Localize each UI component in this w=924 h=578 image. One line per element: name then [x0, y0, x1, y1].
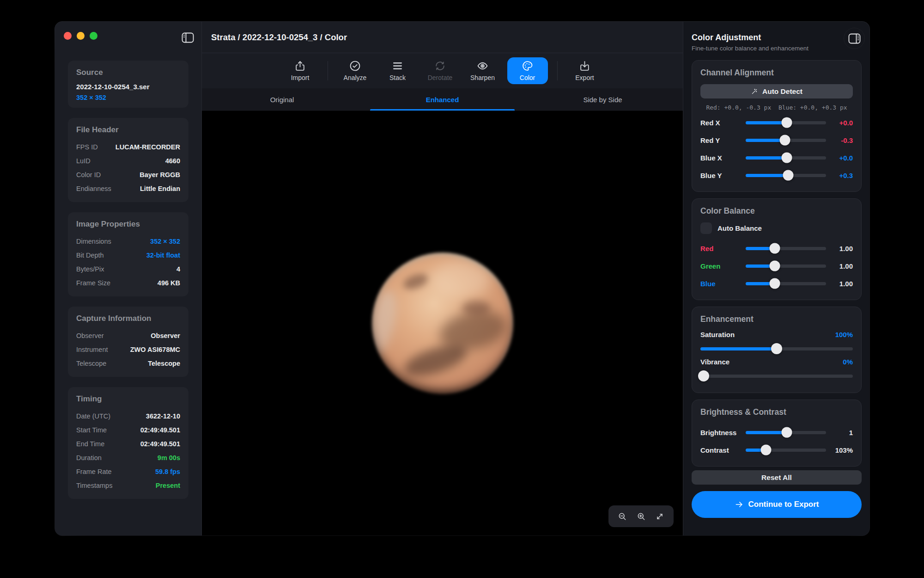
file-header-card: File Header FPS IDLUCAM-RECORDER LuID466…	[68, 118, 188, 202]
slider-value: 1.00	[832, 280, 853, 288]
zoom-window-button[interactable]	[90, 32, 97, 40]
auto-detect-button[interactable]: Auto Detect	[700, 84, 853, 98]
row-label: Dimensions	[76, 238, 111, 245]
blue-balance-slider[interactable]	[746, 278, 826, 289]
tab-enhanced[interactable]: Enhanced	[362, 88, 523, 111]
blue-y-slider[interactable]	[746, 170, 826, 180]
channel-alignment-title: Channel Alignment	[700, 68, 853, 78]
derotate-button[interactable]: Derotate	[422, 57, 458, 84]
tab-side-by-side[interactable]: Side by Side	[523, 88, 683, 111]
slider-label: Red	[700, 245, 740, 252]
tool-label: Export	[575, 74, 594, 81]
export-button[interactable]: Export	[567, 57, 603, 84]
file-header-title: File Header	[76, 125, 180, 135]
table-row: TelescopeTelescope	[76, 357, 180, 370]
saturation-header: Saturation 100%	[700, 331, 853, 338]
zoom-in-icon[interactable]	[637, 512, 646, 521]
table-row: Frame Rate59.8 fps	[76, 465, 180, 479]
slider-label: Green	[700, 262, 740, 270]
left-sidebar-toggle-button[interactable]	[177, 27, 198, 48]
slider-value: 100%	[835, 331, 853, 338]
tool-label: Sharpen	[470, 74, 495, 81]
table-row: Start Time02:49:49.501	[76, 423, 180, 437]
green-balance-slider[interactable]	[746, 261, 826, 271]
continue-label: Continue to Export	[748, 500, 819, 509]
table-row: ObserverObserver	[76, 329, 180, 343]
slider-thumb[interactable]	[698, 370, 709, 381]
saturation-slider[interactable]	[700, 343, 853, 354]
slider-thumb[interactable]	[781, 153, 792, 163]
export-icon	[579, 60, 590, 72]
timing-title: Timing	[76, 394, 180, 404]
zoom-out-icon[interactable]	[618, 512, 627, 521]
slider-value: 1.00	[832, 262, 853, 270]
slider-thumb[interactable]	[769, 278, 780, 289]
import-icon	[294, 60, 306, 72]
table-row: InstrumentZWO ASI678MC	[76, 343, 180, 357]
blue-x-slider[interactable]	[746, 153, 826, 163]
row-value: Telescope	[148, 360, 180, 367]
slider-thumb[interactable]	[769, 243, 780, 254]
fit-to-view-icon[interactable]	[655, 512, 664, 521]
image-canvas[interactable]	[202, 111, 683, 535]
alignment-offsets-readout: Red: +0.0, -0.3 px Blue: +0.0, +0.3 px	[700, 104, 853, 111]
row-value: 496 KB	[158, 279, 180, 287]
auto-balance-checkbox[interactable]	[700, 222, 712, 234]
brightness-contrast-card: Brightness & Contrast Brightness 1 Contr…	[692, 400, 862, 467]
slider-thumb[interactable]	[781, 117, 792, 128]
view-tabs: Original Enhanced Side by Side	[202, 88, 683, 111]
traffic-lights	[64, 32, 97, 40]
slider-value: 1	[832, 429, 853, 437]
slider-label: Red X	[700, 119, 740, 127]
vibrance-slider[interactable]	[700, 370, 853, 381]
toolbar-divider	[557, 61, 558, 80]
row-label: End Time	[76, 440, 104, 448]
slider-thumb[interactable]	[769, 261, 780, 271]
row-label: Frame Rate	[76, 468, 112, 475]
tab-original[interactable]: Original	[202, 88, 362, 111]
tool-label: Color	[520, 74, 535, 81]
table-row: Color IDBayer RGGB	[76, 168, 180, 182]
analyze-button[interactable]: Analyze	[337, 57, 373, 84]
row-label: Date (UTC)	[76, 412, 110, 420]
reset-all-button[interactable]: Reset All	[692, 470, 862, 485]
red-balance-slider[interactable]	[746, 243, 826, 253]
slider-thumb[interactable]	[781, 427, 792, 438]
tab-label: Side by Side	[583, 96, 622, 104]
right-sidebar-toggle-button[interactable]	[844, 28, 865, 49]
row-value: 32-bit float	[146, 252, 180, 259]
table-row: EndiannessLittle Endian	[76, 182, 180, 196]
red-x-slider[interactable]	[746, 117, 826, 128]
sharpen-button[interactable]: Sharpen	[465, 57, 501, 84]
slider-label: Blue	[700, 280, 740, 288]
row-value: 02:49:49.501	[140, 440, 180, 448]
slider-thumb[interactable]	[771, 343, 782, 354]
slider-thumb[interactable]	[783, 170, 794, 181]
continue-to-export-button[interactable]: Continue to Export	[692, 491, 862, 518]
slider-thumb[interactable]	[760, 445, 771, 455]
close-window-button[interactable]	[64, 32, 72, 40]
row-label: Timestamps	[76, 482, 112, 489]
contrast-slider[interactable]	[746, 445, 826, 455]
brightness-slider[interactable]	[746, 427, 826, 437]
tool-label: Import	[291, 74, 310, 81]
red-y-slider[interactable]	[746, 135, 826, 145]
toolbar-divider	[328, 61, 328, 80]
row-value: 02:49:49.501	[140, 426, 180, 434]
color-palette-icon	[522, 60, 533, 72]
row-label: FPS ID	[76, 143, 98, 151]
slider-value: 1.00	[832, 245, 853, 252]
stack-icon	[392, 60, 403, 72]
color-button[interactable]: Color	[507, 57, 548, 84]
row-label: Start Time	[76, 426, 107, 434]
enhancement-card: Enhancement Saturation 100% Vibrance 0%	[692, 307, 862, 393]
stack-button[interactable]: Stack	[380, 57, 416, 84]
row-value: 352 × 352	[150, 238, 180, 245]
zoom-controls	[608, 505, 674, 527]
source-card: Source 2022-12-10-0254_3.ser 352 × 352	[68, 61, 188, 108]
import-button[interactable]: Import	[282, 57, 318, 84]
slider-thumb[interactable]	[780, 135, 790, 146]
derotate-icon	[434, 60, 446, 72]
minimize-window-button[interactable]	[77, 32, 85, 40]
auto-balance-label: Auto Balance	[717, 224, 762, 232]
